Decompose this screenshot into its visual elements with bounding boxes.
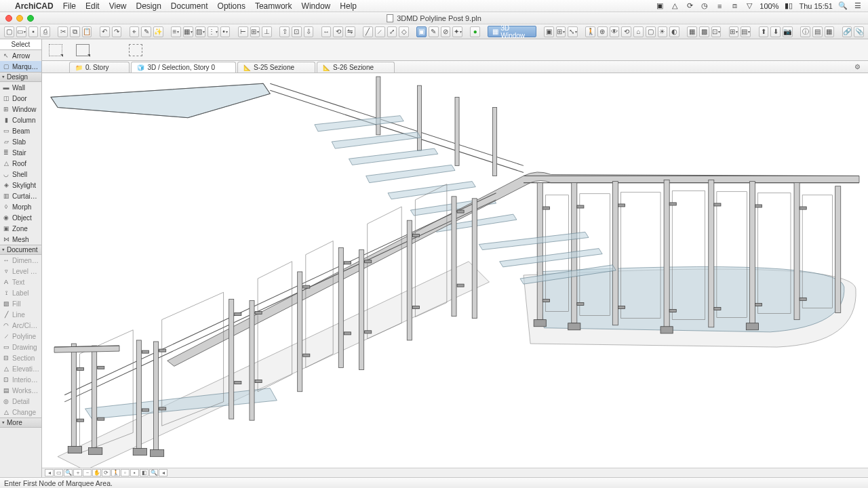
tool-curtain[interactable]: ▥Curtai… bbox=[0, 190, 41, 201]
tab-3d[interactable]: 🧊3D / Selection, Story 0 bbox=[131, 62, 236, 73]
menu-window[interactable]: Window bbox=[302, 1, 331, 11]
app-menu[interactable]: ArchiCAD bbox=[15, 1, 54, 11]
lineweight-button[interactable]: ≡ bbox=[171, 26, 181, 37]
new-file-button[interactable]: ▢ bbox=[4, 26, 14, 37]
layout-button[interactable]: ▦ bbox=[825, 26, 835, 37]
tool-fill[interactable]: ▨Fill bbox=[0, 298, 41, 309]
nav-opt3-button[interactable]: ◧ bbox=[140, 469, 149, 476]
measure-button[interactable]: ⊢ bbox=[238, 26, 248, 37]
import-button[interactable]: ⬇ bbox=[770, 26, 781, 37]
marquee-mode-button[interactable]: ▣ bbox=[416, 26, 427, 37]
close-window-button[interactable] bbox=[5, 15, 12, 22]
dropper-button[interactable]: ✎ bbox=[141, 26, 151, 37]
move-button[interactable]: ↔ bbox=[321, 26, 332, 37]
copy-button[interactable]: ⧉ bbox=[70, 26, 80, 37]
undo-button[interactable]: ↶ bbox=[100, 26, 110, 37]
document-header[interactable]: Document bbox=[0, 245, 41, 255]
green-dot-button[interactable]: ● bbox=[470, 26, 480, 37]
tool-line[interactable]: ╱Line bbox=[0, 309, 41, 320]
schedule-button[interactable]: ▤ bbox=[812, 26, 823, 37]
tool-wall[interactable]: ▬Wall bbox=[0, 82, 41, 93]
tab-settings-button[interactable]: ⚙ bbox=[854, 63, 864, 73]
story-settings-button[interactable]: ⊡ bbox=[292, 26, 302, 37]
wifi-icon[interactable]: ▽ bbox=[745, 1, 754, 10]
fit-button[interactable]: ▢ bbox=[646, 26, 656, 37]
screen-icon[interactable]: ▣ bbox=[655, 1, 665, 10]
tool-level[interactable]: ▿Level … bbox=[0, 266, 41, 277]
cloud-icon[interactable]: △ bbox=[670, 1, 679, 10]
tool-window[interactable]: ⊞Window bbox=[0, 104, 41, 115]
marquee-area-button[interactable] bbox=[129, 44, 142, 56]
attach-button[interactable]: 📎 bbox=[854, 26, 864, 37]
trim-button[interactable]: ╱ bbox=[363, 26, 373, 37]
grid-button[interactable]: ⊥ bbox=[262, 26, 272, 37]
print-button[interactable]: ⎙ bbox=[40, 26, 50, 37]
link-button[interactable]: ⊘ bbox=[441, 26, 451, 37]
nav-opt5-button[interactable]: ◂ bbox=[159, 469, 167, 476]
pick-button[interactable]: ⌖ bbox=[130, 26, 140, 37]
tool-drawing[interactable]: ▭Drawing bbox=[0, 342, 41, 352]
tab-s26[interactable]: 📐S-26 Sezione bbox=[317, 62, 395, 73]
tool-roof[interactable]: △Roof bbox=[0, 158, 41, 169]
walk-button[interactable]: 🚶 bbox=[585, 26, 595, 37]
marquee-single-button[interactable] bbox=[49, 44, 62, 56]
explode-button[interactable]: ✦ bbox=[452, 26, 462, 37]
tool-mesh[interactable]: ⋈Mesh bbox=[0, 234, 41, 245]
battery-icon[interactable]: ▮▯ bbox=[784, 1, 793, 10]
tool-polyline[interactable]: ⟋Polyline bbox=[0, 331, 41, 342]
sun-button[interactable]: ☀ bbox=[658, 26, 668, 37]
view-opt-button[interactable]: ⊞ bbox=[556, 26, 566, 37]
fill-button[interactable]: ▨ bbox=[195, 26, 205, 37]
menu-icon[interactable]: ☰ bbox=[853, 1, 863, 10]
zoom-window-button[interactable] bbox=[27, 15, 34, 22]
resize-button[interactable]: ◇ bbox=[399, 26, 409, 37]
clock-icon[interactable]: ◷ bbox=[700, 1, 709, 10]
render2-button[interactable]: ▩ bbox=[699, 26, 709, 37]
tool-label[interactable]: ⟟Label bbox=[0, 287, 41, 298]
tool-interior[interactable]: ⊡Interio… bbox=[0, 374, 41, 385]
tool-elevation[interactable]: △Elevati… bbox=[0, 363, 41, 374]
nav-prev-button[interactable]: ◂ bbox=[45, 469, 54, 476]
cut-button[interactable]: ✂ bbox=[58, 26, 68, 37]
3d-viewport[interactable]: ◂ ▭ 🔍 ＋ － ✋ ⟳ 🚶 ▫ ▪ ◧ 🔍 ◂ bbox=[42, 73, 868, 477]
photo-button[interactable]: 📷 bbox=[783, 26, 793, 37]
view-set-button[interactable]: ▤ bbox=[741, 26, 751, 37]
menu-edit[interactable]: Edit bbox=[85, 1, 100, 11]
tool-arrow[interactable]: ↖Arrow bbox=[0, 50, 41, 61]
sync-icon[interactable]: ⟳ bbox=[685, 1, 694, 10]
mirror-button[interactable]: ⇋ bbox=[345, 26, 355, 37]
tool-detail[interactable]: ◎Detail bbox=[0, 396, 41, 407]
tab-s25[interactable]: 📐S-25 Sezione bbox=[237, 62, 315, 73]
info-button[interactable]: ⓘ bbox=[800, 26, 810, 37]
camera-button[interactable]: ⊞ bbox=[729, 26, 739, 37]
shadow-button[interactable]: ◐ bbox=[669, 26, 679, 37]
menu-teamwork[interactable]: Teamwork bbox=[255, 1, 292, 11]
dropbox-icon[interactable]: ⧈ bbox=[730, 1, 739, 10]
menu-document[interactable]: Document bbox=[171, 1, 208, 11]
menu-options[interactable]: Options bbox=[218, 1, 245, 11]
tool-skylight[interactable]: ◈Skylight bbox=[0, 180, 41, 190]
save-button[interactable]: ▪ bbox=[28, 26, 39, 37]
link2-button[interactable]: 🔗 bbox=[842, 26, 852, 37]
tool-morph[interactable]: ◊Morph bbox=[0, 201, 41, 212]
nav-fit-button[interactable]: ▭ bbox=[54, 469, 63, 476]
reset-button[interactable]: ⟲ bbox=[621, 26, 631, 37]
adjust-button[interactable]: ⤢ bbox=[387, 26, 397, 37]
nav-pan-button[interactable]: ✋ bbox=[92, 469, 101, 476]
tool-change[interactable]: △Change bbox=[0, 407, 41, 418]
open-file-button[interactable]: ▭ bbox=[16, 26, 26, 37]
tool-arc[interactable]: ◠Arc/Ci… bbox=[0, 320, 41, 331]
story-up-button[interactable]: ⇧ bbox=[279, 26, 290, 37]
tool-object[interactable]: ◉Object bbox=[0, 212, 41, 223]
tool-text[interactable]: AText bbox=[0, 277, 41, 287]
design-header[interactable]: Design bbox=[0, 72, 41, 82]
nav-zoomout-button[interactable]: － bbox=[83, 469, 92, 476]
nav-zoomin-button[interactable]: ＋ bbox=[73, 469, 82, 476]
render-button[interactable]: ▦ bbox=[687, 26, 697, 37]
menu-design[interactable]: Design bbox=[136, 1, 161, 11]
paste-button[interactable]: 📋 bbox=[82, 26, 92, 37]
export-button[interactable]: ⬆ bbox=[759, 26, 769, 37]
menu-file[interactable]: File bbox=[63, 1, 76, 11]
persp-button[interactable]: ▣ bbox=[544, 26, 554, 37]
align-button[interactable]: ⊞ bbox=[250, 26, 260, 37]
